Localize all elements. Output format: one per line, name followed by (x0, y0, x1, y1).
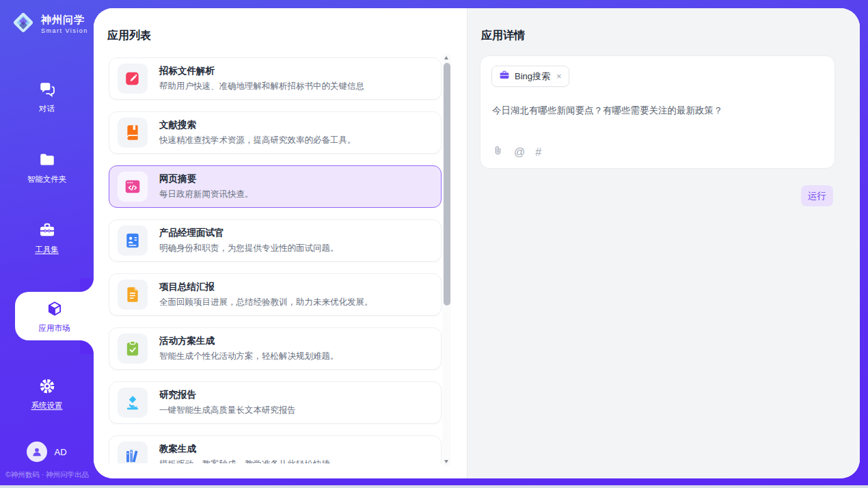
app-card-title: 文献搜索 (159, 119, 356, 131)
app-card-description: 快速精准查找学术资源，提高研究效率的必备工具。 (159, 135, 356, 146)
folder-icon (38, 151, 56, 169)
book-icon (118, 118, 148, 148)
summary-doc-icon (118, 280, 148, 310)
browser-code-icon (118, 172, 148, 202)
prompt-card: Bing搜索 × 今日湖北有哪些新闻要点？有哪些需要关注的最新政策？ @ # (480, 55, 835, 169)
app-card-title: 招标文件解析 (159, 65, 364, 77)
app-list: 招标文件解析帮助用户快速、准确地理解和解析招标书中的关键信息文献搜索快速精准查找… (109, 57, 442, 463)
sidebar-item-app-market[interactable]: 应用市场 (15, 292, 94, 340)
user-avatar-icon (27, 442, 47, 462)
sidebar-item-label: 对话 (39, 104, 55, 114)
app-card-description: 全面回顾项目进展，总结经验教训，助力未来优化发展。 (159, 297, 373, 308)
app-card-title: 网页摘要 (159, 173, 254, 185)
user-initials: AD (54, 447, 66, 457)
app-card-title: 项目总结汇报 (159, 281, 373, 293)
sidebar-item-label: 智能文件夹 (27, 174, 67, 185)
query-text[interactable]: 今日湖北有哪些新闻要点？有哪些需要关注的最新政策？ (492, 104, 819, 118)
app-card-5[interactable]: 活动方案生成智能生成个性化活动方案，轻松解决规划难题。 (109, 327, 442, 370)
sidebar-nav: 对话智能文件夹工具集应用市场系统设置 (0, 66, 94, 448)
app-list-panel: 应用列表 招标文件解析帮助用户快速、准确地理解和解析招标书中的关键信息文献搜索快… (94, 8, 467, 478)
hash-icon[interactable]: # (535, 147, 541, 158)
app-card-1[interactable]: 文献搜索快速精准查找学术资源，提高研究效率的必备工具。 (109, 111, 442, 154)
run-button[interactable]: 运行 (801, 185, 833, 206)
app-card-description: 模板驱动，教案秒成，教学准备从此轻松快捷 (159, 459, 330, 463)
app-detail-panel: 应用详情 Bing搜索 × 今日湖北有哪些新闻要点？有哪些需要关注的最新政策？ (467, 8, 860, 478)
app-card-description: 一键智能生成高质量长文本研究报告 (159, 405, 296, 416)
scroll-down-icon[interactable] (444, 460, 448, 463)
app-card-description: 帮助用户快速、准确地理解和解析招标书中的关键信息 (159, 81, 364, 92)
sidebar-item-label: 应用市场 (39, 323, 70, 334)
tool-tag-label: Bing搜索 (515, 70, 550, 83)
app-card-title: 教案生成 (159, 443, 330, 455)
sidebar-item-settings[interactable]: 系统设置 (0, 377, 94, 411)
app-card-6[interactable]: 研究报告一键智能生成高质量长文本研究报告 (109, 381, 442, 424)
app-card-text: 教案生成模板驱动，教案秒成，教学准备从此轻松快捷 (159, 443, 330, 463)
gear-icon (38, 377, 56, 395)
app-card-title: 研究报告 (159, 389, 296, 401)
input-toolbar: @ # (492, 145, 541, 159)
app-detail-title: 应用详情 (481, 29, 525, 43)
tool-tag-bing-search[interactable]: Bing搜索 × (491, 66, 569, 87)
user-row[interactable]: AD (0, 442, 94, 462)
app-card-3[interactable]: 产品经理面试官明确身份和职责，为您提供专业性的面试问题。 (109, 219, 442, 262)
diamond-logo-icon (10, 9, 37, 39)
app-card-text: 文献搜索快速精准查找学术资源，提高研究效率的必备工具。 (159, 119, 356, 146)
chat-icon (38, 81, 56, 98)
sidebar-item-toolset[interactable]: 工具集 (0, 221, 94, 255)
close-icon[interactable]: × (556, 71, 562, 81)
app-card-text: 产品经理面试官明确身份和职责，为您提供专业性的面试问题。 (159, 227, 339, 254)
scrollbar-thumb[interactable] (444, 63, 450, 306)
app-card-4[interactable]: 项目总结汇报全面回顾项目进展，总结经验教训，助力未来优化发展。 (109, 273, 442, 316)
mention-icon[interactable]: @ (514, 147, 525, 158)
briefcase-icon (499, 70, 510, 83)
app-frame: 神州问学 Smart Vision 对话智能文件夹工具集应用市场系统设置 AD … (0, 0, 868, 485)
app-card-description: 明确身份和职责，为您提供专业性的面试问题。 (159, 243, 339, 254)
app-card-text: 招标文件解析帮助用户快速、准确地理解和解析招标书中的关键信息 (159, 65, 364, 92)
attachment-icon[interactable] (492, 145, 504, 159)
brand-subtitle: Smart Vision (41, 27, 88, 34)
app-list-title: 应用列表 (107, 29, 151, 43)
app-card-2[interactable]: 网页摘要每日政府新闻资讯快查。 (109, 165, 442, 208)
brand-name: 神州问学 (41, 14, 88, 27)
app-card-title: 活动方案生成 (159, 335, 339, 347)
brand: 神州问学 Smart Vision (0, 0, 94, 39)
app-card-7[interactable]: 教案生成模板驱动，教案秒成，教学准备从此轻松快捷 (109, 435, 442, 463)
sidebar: 神州问学 Smart Vision 对话智能文件夹工具集应用市场系统设置 AD … (0, 0, 94, 485)
sidebar-item-smart-folder[interactable]: 智能文件夹 (0, 151, 94, 185)
cube-icon (46, 300, 64, 318)
microscope-icon (118, 388, 148, 418)
app-card-title: 产品经理面试官 (159, 227, 339, 239)
app-card-description: 智能生成个性化活动方案，轻松解决规划难题。 (159, 351, 339, 362)
books-icon (118, 442, 148, 463)
scrollbar[interactable] (442, 53, 451, 466)
app-card-text: 活动方案生成智能生成个性化活动方案，轻松解决规划难题。 (159, 335, 339, 362)
main-content: 应用列表 招标文件解析帮助用户快速、准确地理解和解析招标书中的关键信息文献搜索快… (94, 8, 860, 478)
sidebar-item-label: 系统设置 (31, 401, 63, 411)
app-card-0[interactable]: 招标文件解析帮助用户快速、准确地理解和解析招标书中的关键信息 (109, 57, 442, 100)
app-card-description: 每日政府新闻资讯快查。 (159, 189, 254, 200)
sidebar-item-label: 工具集 (35, 245, 59, 255)
toolbox-icon (38, 221, 56, 239)
app-card-text: 研究报告一键智能生成高质量长文本研究报告 (159, 389, 296, 416)
app-card-text: 项目总结汇报全面回顾项目进展，总结经验教训，助力未来优化发展。 (159, 281, 373, 308)
scroll-up-icon[interactable] (444, 56, 448, 59)
resume-person-icon (118, 226, 148, 256)
edit-document-icon (118, 64, 148, 94)
app-card-text: 网页摘要每日政府新闻资讯快查。 (159, 173, 254, 200)
clipboard-check-icon (118, 334, 148, 364)
sidebar-footer: ©神州数码 · 神州问学出品 (5, 470, 94, 480)
sidebar-item-chat[interactable]: 对话 (0, 81, 94, 114)
